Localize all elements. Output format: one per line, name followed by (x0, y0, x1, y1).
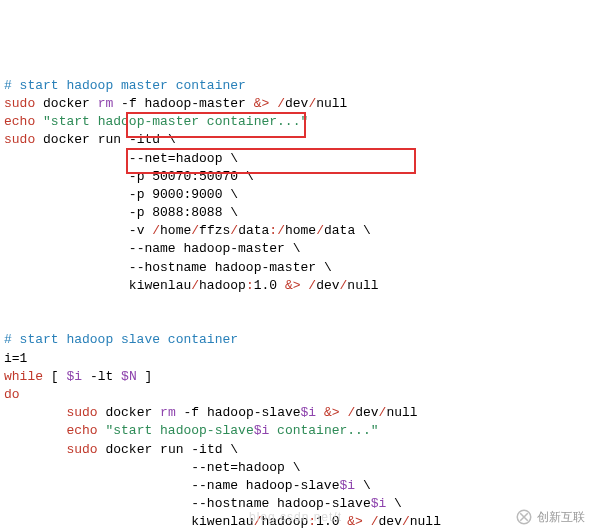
watermark-text: 创新互联 (537, 509, 585, 526)
watermark-logo: 创新互联 (515, 508, 585, 526)
code-block: # start hadoop master container sudo doc… (4, 77, 587, 532)
logo-icon (515, 508, 533, 526)
